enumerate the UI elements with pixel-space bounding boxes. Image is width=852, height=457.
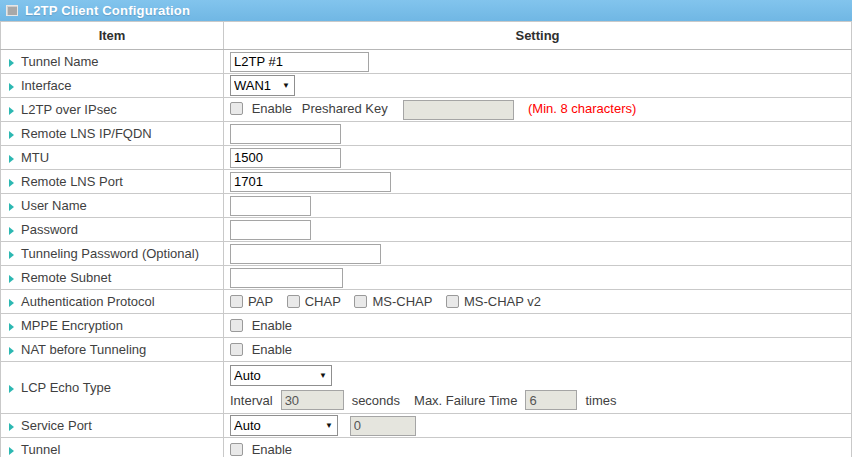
table-row-user-name: User Name — [1, 194, 852, 218]
nat-enable-label: Enable — [252, 342, 292, 357]
lcp-echo-select-wrapper: Auto ▼ — [230, 365, 332, 386]
service-port-select-wrapper: Auto ▼ — [230, 415, 338, 436]
row-bullet-icon — [9, 155, 14, 163]
row-bullet-icon — [9, 59, 14, 67]
auth-pap-label: PAP — [248, 294, 273, 309]
remote-subnet-input[interactable] — [230, 268, 343, 288]
interval-unit-label: seconds — [352, 393, 400, 408]
row-label: Tunneling Password (Optional) — [21, 246, 199, 261]
row-label: Remote LNS IP/FQDN — [21, 126, 152, 141]
row-bullet-icon — [9, 447, 14, 455]
table-row-interface: Interface WAN1 ▼ — [1, 74, 852, 98]
preshared-key-hint: (Min. 8 characters) — [528, 101, 636, 116]
table-row-mppe-encryption: MPPE Encryption Enable — [1, 314, 852, 338]
row-label: Authentication Protocol — [21, 294, 155, 309]
page-title: L2TP Client Configuration — [25, 3, 190, 18]
row-bullet-icon — [9, 203, 14, 211]
row-label: User Name — [21, 198, 87, 213]
mppe-enable-checkbox[interactable] — [230, 319, 243, 332]
auth-mschapv2-checkbox[interactable] — [446, 295, 459, 308]
table-row-l2tp-over-ipsec: L2TP over IPsec Enable Preshared Key (Mi… — [1, 98, 852, 122]
user-name-input[interactable] — [230, 196, 311, 216]
service-port-number-input[interactable] — [350, 416, 416, 436]
row-label: Service Port — [21, 418, 92, 433]
auth-chap-checkbox[interactable] — [287, 295, 300, 308]
tunneling-password-input[interactable] — [230, 244, 381, 264]
table-row-remote-lns-ip: Remote LNS IP/FQDN — [1, 122, 852, 146]
auth-mschap-checkbox[interactable] — [354, 295, 367, 308]
ipsec-enable-checkbox[interactable] — [230, 102, 243, 115]
config-table: Item Setting Tunnel Name Interface WAN1 … — [0, 21, 852, 457]
nat-enable-checkbox[interactable] — [230, 343, 243, 356]
table-row-nat-before-tunneling: NAT before Tunneling Enable — [1, 338, 852, 362]
row-label: Remote Subnet — [21, 270, 111, 285]
interval-label: Interval — [230, 393, 273, 408]
auth-mschap-label: MS-CHAP — [372, 294, 432, 309]
mppe-enable-label: Enable — [252, 318, 292, 333]
row-bullet-icon — [9, 179, 14, 187]
interface-select[interactable]: WAN1 — [231, 76, 294, 95]
column-header-item: Item — [1, 22, 224, 50]
row-bullet-icon — [9, 107, 14, 115]
remote-lns-ip-input[interactable] — [230, 124, 341, 144]
row-label: MTU — [21, 150, 49, 165]
preshared-key-label: Preshared Key — [302, 101, 388, 116]
row-bullet-icon — [9, 347, 14, 355]
table-row-tunnel-name: Tunnel Name — [1, 50, 852, 74]
row-label: Tunnel — [21, 442, 60, 457]
row-label: Interface — [21, 78, 72, 93]
ipsec-enable-label: Enable — [252, 101, 292, 116]
table-row-tunnel: Tunnel Enable — [1, 438, 852, 457]
row-bullet-icon — [9, 323, 14, 331]
table-row-authentication-protocol: Authentication Protocol PAP CHAP MS-CHAP… — [1, 290, 852, 314]
interval-input[interactable] — [281, 390, 344, 410]
table-row-password: Password — [1, 218, 852, 242]
row-label: MPPE Encryption — [21, 318, 123, 333]
row-bullet-icon — [9, 275, 14, 283]
service-port-select[interactable]: Auto — [231, 416, 337, 435]
password-input[interactable] — [230, 220, 311, 240]
collapse-box-icon[interactable] — [6, 5, 18, 16]
lcp-echo-select[interactable]: Auto — [231, 366, 331, 385]
row-bullet-icon — [9, 131, 14, 139]
tunnel-enable-label: Enable — [252, 442, 292, 457]
remote-lns-port-input[interactable] — [230, 172, 391, 192]
row-bullet-icon — [9, 227, 14, 235]
row-bullet-icon — [9, 299, 14, 307]
row-label: Tunnel Name — [21, 54, 99, 69]
row-label: LCP Echo Type — [21, 380, 111, 395]
mtu-input[interactable] — [230, 148, 341, 168]
row-label: Password — [21, 222, 78, 237]
interface-select-wrapper: WAN1 ▼ — [230, 75, 295, 96]
row-label: Remote LNS Port — [21, 174, 123, 189]
max-failure-label: Max. Failure Time — [414, 393, 517, 408]
failure-unit-label: times — [585, 393, 616, 408]
column-header-setting: Setting — [224, 22, 852, 50]
tunnel-enable-checkbox[interactable] — [230, 443, 243, 456]
tunnel-name-input[interactable] — [230, 52, 369, 72]
auth-pap-checkbox[interactable] — [230, 295, 243, 308]
row-bullet-icon — [9, 83, 14, 91]
table-row-remote-subnet: Remote Subnet — [1, 266, 852, 290]
table-header-row: Item Setting — [1, 22, 852, 50]
table-row-service-port: Service Port Auto ▼ — [1, 414, 852, 438]
section-titlebar: L2TP Client Configuration — [0, 0, 852, 21]
row-bullet-icon — [9, 385, 14, 393]
table-row-tunneling-password: Tunneling Password (Optional) — [1, 242, 852, 266]
max-failure-input[interactable] — [525, 390, 577, 410]
table-row-lcp-echo-type: LCP Echo Type Auto ▼ Interval seconds Ma… — [1, 362, 852, 414]
table-row-mtu: MTU — [1, 146, 852, 170]
row-bullet-icon — [9, 423, 14, 431]
row-label: L2TP over IPsec — [21, 102, 117, 117]
preshared-key-input[interactable] — [403, 100, 514, 120]
auth-mschapv2-label: MS-CHAP v2 — [464, 294, 541, 309]
auth-chap-label: CHAP — [305, 294, 341, 309]
table-row-remote-lns-port: Remote LNS Port — [1, 170, 852, 194]
row-bullet-icon — [9, 251, 14, 259]
row-label: NAT before Tunneling — [21, 342, 146, 357]
